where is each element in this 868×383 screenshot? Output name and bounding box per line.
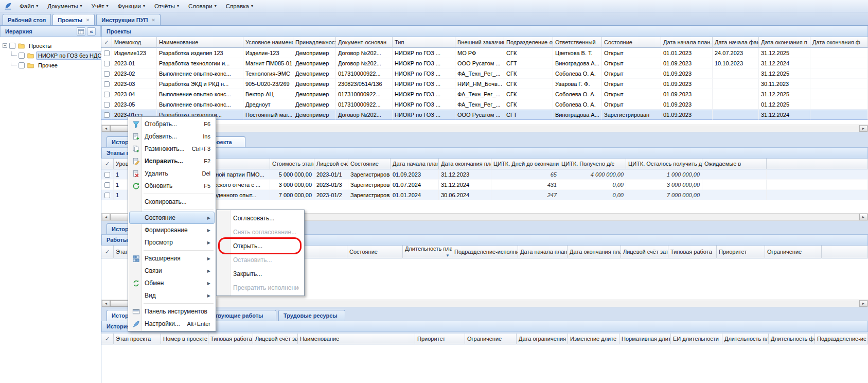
- scroll-left-button[interactable]: ◄: [102, 125, 110, 132]
- column-header[interactable]: Длительность план▼: [403, 246, 452, 258]
- column-header[interactable]: Нормативная длит: [619, 334, 671, 344]
- column-header[interactable]: Приоритет: [415, 334, 465, 344]
- column-header[interactable]: Типовая работа: [208, 334, 253, 344]
- column-header[interactable]: ЦИТК. Дней до окончания: [491, 159, 559, 169]
- column-header[interactable]: Ответственный: [553, 37, 602, 48]
- projects-hscrollbar[interactable]: ◄►: [101, 125, 868, 132]
- tab-item[interactable]: Трудовые ресурсы: [278, 310, 345, 321]
- row-checkbox[interactable]: [104, 71, 110, 77]
- tree-checkbox[interactable]: [9, 43, 15, 49]
- menu-item[interactable]: Формирование▶: [129, 224, 215, 236]
- scroll-right-button[interactable]: ►: [859, 125, 867, 132]
- table-row[interactable]: 2023-04Выполнение опытно-конс...Вектор-А…: [101, 89, 868, 99]
- menu-item[interactable]: Закрыть...: [218, 267, 303, 281]
- tab-item[interactable]: Проекты✕: [52, 14, 95, 25]
- column-header[interactable]: Дата начала план: [391, 159, 439, 169]
- column-header[interactable]: Ожидаемые в: [702, 159, 767, 169]
- column-header[interactable]: Ограничение: [765, 246, 822, 258]
- scroll-right-button[interactable]: ►: [859, 300, 867, 307]
- menubar-item[interactable]: Файл▾: [15, 2, 43, 11]
- column-header[interactable]: Дата окончания план: [568, 246, 621, 258]
- grid-settings-icon[interactable]: [77, 27, 85, 36]
- row-checkbox[interactable]: [104, 172, 110, 178]
- column-header[interactable]: Типовая работа: [668, 246, 717, 258]
- column-header[interactable]: Ограничение: [465, 334, 517, 344]
- scroll-right-button[interactable]: ►: [859, 214, 867, 220]
- menubar-item[interactable]: Отчёты▾: [150, 2, 184, 11]
- column-header[interactable]: Лицевой счёт затрат: [314, 159, 348, 169]
- column-header[interactable]: Мнемокод: [112, 37, 157, 48]
- column-header[interactable]: Подразделение-исполнитель.: [452, 246, 518, 258]
- column-header[interactable]: Внешний заказчик: [455, 37, 504, 48]
- tree-item[interactable]: Прочее: [0, 60, 101, 70]
- select-all-header[interactable]: ✓: [101, 334, 114, 344]
- menu-item[interactable]: Расширения▶: [129, 252, 215, 265]
- scroll-track[interactable]: [110, 125, 859, 132]
- column-header[interactable]: Документ-основан: [336, 37, 393, 48]
- menu-item[interactable]: Скопировать...: [129, 196, 215, 208]
- row-checkbox[interactable]: [104, 50, 110, 56]
- menu-item[interactable]: Вид▶: [129, 289, 215, 302]
- column-header[interactable]: Лицевой счёт затр: [253, 334, 298, 344]
- menubar-item[interactable]: Учёт▾: [87, 2, 113, 11]
- menu-item[interactable]: Просмотр▶: [129, 236, 215, 249]
- tree-checkbox[interactable]: [19, 62, 25, 68]
- column-header[interactable]: ЦИТК. Получено д/с: [559, 159, 626, 169]
- column-header[interactable]: Подразделение-от: [504, 37, 553, 48]
- tab-close-icon[interactable]: ✕: [151, 18, 155, 23]
- column-header[interactable]: Состояние: [602, 37, 661, 48]
- row-checkbox[interactable]: [104, 112, 110, 118]
- row-checkbox[interactable]: [104, 102, 110, 108]
- column-header[interactable]: Условное наименова: [243, 37, 293, 48]
- row-checkbox[interactable]: [104, 81, 110, 87]
- row-checkbox[interactable]: [104, 193, 110, 198]
- column-header[interactable]: Изменение длите: [568, 334, 619, 344]
- select-all-header[interactable]: ✓: [101, 37, 112, 48]
- table-row[interactable]: 2023-02Выполнение опытно-конс...Технолог…: [101, 68, 868, 79]
- menu-item[interactable]: Настройки...Alt+Enter: [129, 318, 215, 330]
- column-header[interactable]: Дата ограничения: [517, 334, 568, 344]
- menubar-item[interactable]: Справка▾: [221, 2, 258, 11]
- column-header[interactable]: Этап проекта: [114, 334, 161, 344]
- column-header[interactable]: Длительность пла: [722, 334, 769, 344]
- scroll-track[interactable]: [110, 300, 859, 307]
- menu-item[interactable]: Состояние▶: [129, 212, 215, 224]
- column-header[interactable]: Подразделение-ис: [815, 334, 868, 344]
- table-row[interactable]: 2023-01Разработка технологии и...Магнит …: [101, 58, 868, 68]
- table-row[interactable]: Изделие123Разработка изделия 123Изделие-…: [101, 48, 868, 58]
- menu-item[interactable]: Исправить...F2: [129, 155, 215, 167]
- collapse-panel-button[interactable]: «: [87, 27, 96, 36]
- column-header[interactable]: Тип: [393, 37, 455, 48]
- column-header[interactable]: Принадлежность: [293, 37, 336, 48]
- menu-item[interactable]: Открыть...: [218, 239, 303, 253]
- menu-item[interactable]: Размножить...Ctrl+F3: [129, 143, 215, 155]
- tree-item[interactable]: −Проекты: [0, 41, 101, 50]
- column-header[interactable]: Дата начала план.: [661, 37, 713, 48]
- column-header[interactable]: Дата окончания ф: [810, 37, 868, 48]
- select-all-header[interactable]: ✓: [101, 246, 114, 258]
- column-header[interactable]: Дата начала факт: [713, 37, 759, 48]
- table-row[interactable]: 1Испытания произведенного опыт...7 000 0…: [101, 190, 868, 200]
- column-header[interactable]: Длительность фак: [769, 334, 815, 344]
- column-header[interactable]: Лицевой счёт затр: [621, 246, 668, 258]
- menu-item[interactable]: Отобрать...F6: [129, 118, 215, 130]
- column-header[interactable]: Наименование: [298, 334, 415, 344]
- column-header[interactable]: Дата окончания п: [759, 37, 810, 48]
- tree-item[interactable]: НИОКР по ГОЗ без НДС: [0, 50, 101, 60]
- select-all-header[interactable]: ✓: [101, 159, 114, 169]
- column-header[interactable]: Номер в проекте: [161, 334, 208, 344]
- works-hscrollbar[interactable]: ◄►: [101, 300, 868, 307]
- row-checkbox[interactable]: [104, 61, 110, 66]
- menubar-item[interactable]: Словари▾: [184, 2, 221, 11]
- column-header[interactable]: Приоритет: [717, 246, 765, 258]
- row-checkbox[interactable]: [104, 182, 110, 188]
- table-row[interactable]: 2023-03Разработка ЭКД и РКД н...905-U020…: [101, 79, 868, 89]
- table-row[interactable]: 1Изготовление опытной партии ПМО...5 000…: [101, 169, 868, 180]
- column-header[interactable]: Дата начала план.: [518, 246, 568, 258]
- scroll-left-button[interactable]: ◄: [102, 300, 110, 307]
- table-row[interactable]: 2023-01сстРазработка технологи...Постоян…: [101, 110, 868, 120]
- table-row[interactable]: 2023-05Выполнение опытно-конс...Дредноут…: [101, 99, 868, 110]
- tab-item[interactable]: Инструкции ПУП✕: [96, 14, 160, 25]
- table-row[interactable]: 1Подготовка технического отчета с ...3 0…: [101, 180, 868, 190]
- column-header[interactable]: ЕИ длительности: [671, 334, 722, 344]
